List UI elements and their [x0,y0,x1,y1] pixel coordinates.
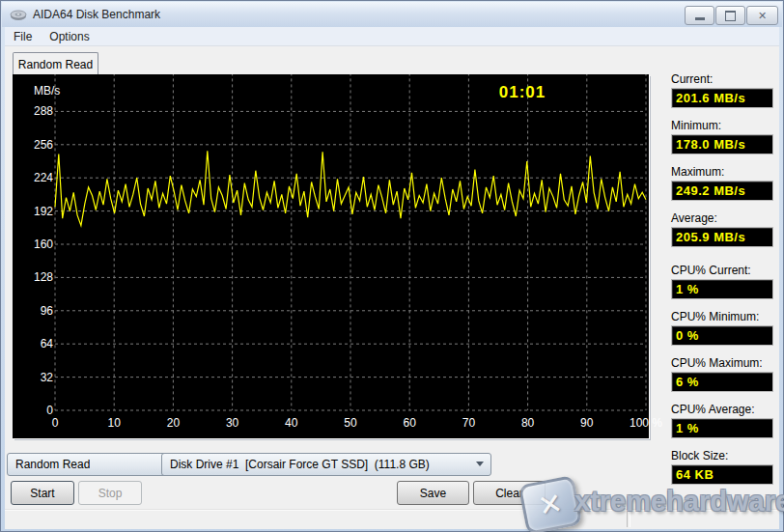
stat-value-box: 6 % [671,372,773,392]
stat-value-box: 64 KB [671,464,773,485]
stat-value-box: 1 % [671,418,773,438]
y-axis-unit: MB/s [34,84,60,98]
stat-label: Maximum: [671,165,773,180]
y-axis-tick: 128 [16,270,53,284]
x-axis-tick: 80 [505,416,551,430]
start-button[interactable]: Start [11,481,74,505]
y-axis-tick: 256 [16,138,53,152]
clear-button[interactable]: Clear [473,481,546,505]
stat-label: CPU% Average: [671,403,773,417]
disk-drive-value: Disk Drive #1 [Corsair Force GT SSD] (11… [170,458,430,471]
stat-group: Block Size:64 KB [671,449,773,485]
stat-group: Maximum:249.2 MB/s [671,165,773,201]
stat-group: Current:201.6 MB/s [671,72,773,108]
stat-group: CPU% Maximum:6 % [671,356,773,392]
stat-label: CPU% Minimum: [671,310,773,324]
stat-value-box: 201.6 MB/s [671,88,773,108]
y-axis-tick: 192 [16,205,53,218]
stat-group: CPU% Current:1 % [671,264,773,299]
y-axis-tick: 288 [16,104,53,118]
y-axis-tick: 160 [16,238,53,251]
x-axis-tick: 10 [91,416,137,430]
stat-group: CPU% Minimum:0 % [671,310,773,346]
window-title: AIDA64 Disk Benchmark [33,8,160,21]
stat-label: Minimum: [671,119,773,133]
x-axis-tick: 50 [327,416,374,430]
menu-file[interactable]: File [5,27,41,45]
stat-value-box: 249.2 MB/s [671,181,773,201]
stat-group: Minimum:178.0 MB/s [671,119,773,154]
stat-value-box: 1 % [671,279,773,299]
app-window: AIDA64 Disk Benchmark ✕ File Options Ran… [0,0,784,532]
status-bar [5,509,779,529]
stat-label: Average: [671,211,773,226]
disk-icon [10,8,27,21]
chevron-down-icon [476,462,484,466]
x-axis-tick: 90 [564,416,610,430]
minimize-icon [695,17,705,20]
stop-button[interactable]: Stop [78,481,142,505]
benchmark-chart: 01:01 MB/s288256224192160128966432001020… [13,74,649,438]
x-axis-tick: 40 [268,416,315,430]
y-axis-tick: 64 [16,337,53,350]
stat-label: CPU% Current: [671,264,773,278]
elapsed-time: 01:01 [460,83,585,102]
stat-label: Current: [671,72,773,87]
close-button[interactable]: ✕ [746,6,778,25]
benchmark-type-select[interactable]: Random Read [7,453,186,476]
maximize-icon [725,11,736,21]
x-axis-tick: 30 [210,416,256,430]
y-axis-tick: 32 [16,371,53,384]
tab-random-read[interactable]: Random Read [13,52,98,75]
save-button[interactable]: Save [397,481,469,505]
y-axis-tick: 0 [16,404,53,417]
stat-group: Average:205.9 MB/s [671,211,773,247]
title-bar[interactable]: AIDA64 Disk Benchmark [2,2,782,27]
stat-label: Block Size: [671,449,773,463]
x-axis-tick: 100 % [623,416,669,430]
y-axis-tick: 96 [16,304,53,318]
x-axis-tick: 70 [445,416,491,430]
maximize-button[interactable] [715,6,745,25]
y-axis-tick: 224 [16,171,53,184]
x-axis-tick: 20 [150,416,196,430]
status-bar-divider [627,512,630,527]
disk-drive-select[interactable]: Disk Drive #1 [Corsair Force GT SSD] (11… [161,453,491,476]
stat-value-box: 205.9 MB/s [671,227,773,247]
chart-canvas [13,74,649,438]
x-axis-tick: 60 [386,416,433,430]
close-icon: ✕ [758,11,767,21]
menu-options[interactable]: Options [41,27,98,45]
stat-value-box: 178.0 MB/s [671,134,773,154]
stat-label: CPU% Maximum: [671,356,773,371]
x-axis-tick: 0 [32,416,78,430]
benchmark-type-value: Random Read [15,458,90,471]
stat-group: CPU% Average:1 % [671,403,773,438]
menu-bar: File Options [5,27,779,46]
minimize-button[interactable] [685,6,714,25]
stats-panel: Current:201.6 MB/sMinimum:178.0 MB/sMaxi… [671,72,773,495]
stat-value-box: 0 % [671,325,773,346]
